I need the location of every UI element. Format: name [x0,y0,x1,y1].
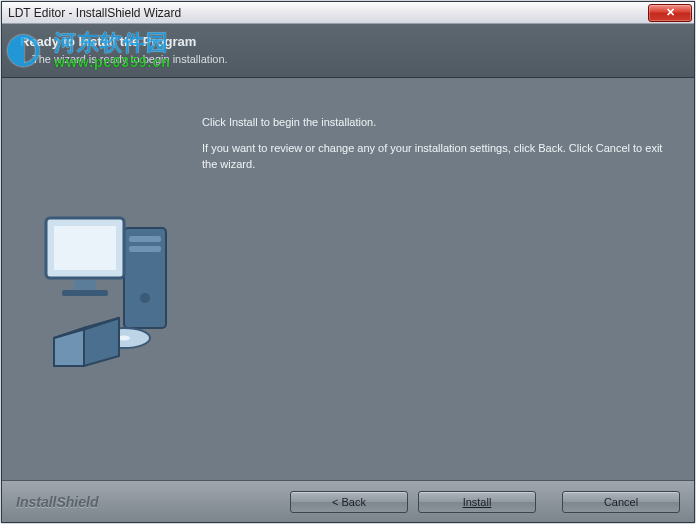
titlebar: LDT Editor - InstallShield Wizard ✕ [2,2,694,24]
header-subtitle: The wizard is ready to begin installatio… [20,53,676,65]
svg-rect-5 [54,226,116,270]
header-title: Ready to Install the Program [20,34,676,49]
content-line1: Click Install to begin the installation. [202,114,664,130]
svg-rect-0 [124,228,166,328]
window-title: LDT Editor - InstallShield Wizard [8,6,648,20]
wizard-content: Click Install to begin the installation.… [2,78,694,480]
wizard-header: Ready to Install the Program The wizard … [2,24,694,78]
content-text: Click Install to begin the installation.… [202,114,664,182]
install-button[interactable]: Install [418,491,536,513]
svg-rect-1 [129,236,161,242]
close-button[interactable]: ✕ [648,4,692,22]
close-icon: ✕ [666,6,675,18]
svg-rect-7 [62,290,108,296]
svg-rect-6 [74,280,96,290]
installer-window: LDT Editor - InstallShield Wizard ✕ Read… [1,1,695,523]
content-line2: If you want to review or change any of y… [202,140,664,172]
svg-rect-2 [129,246,161,252]
wizard-footer: InstallShield < Back Install Cancel [2,480,694,522]
computer-graphic [24,188,184,368]
svg-point-3 [140,293,150,303]
cancel-button[interactable]: Cancel [562,491,680,513]
footer-brand: InstallShield [16,494,280,510]
back-button[interactable]: < Back [290,491,408,513]
